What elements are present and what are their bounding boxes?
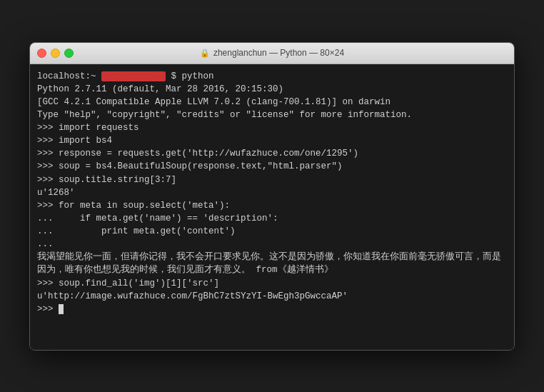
line-8: >>> soup = bs4.BeautifulSoup(response.te… — [37, 160, 507, 173]
line-12: ... if meta.get('name') == 'description'… — [37, 212, 507, 225]
terminal-body[interactable]: localhost:~ zhenglanchun $ python Python… — [30, 64, 514, 350]
line-16: >>> soup.find_all('img')[1]['src'] — [37, 277, 507, 290]
traffic-lights — [37, 49, 74, 58]
line-18: >>> — [37, 303, 507, 316]
line-1: localhost:~ zhenglanchun $ python — [37, 70, 507, 83]
line-4: Type "help", "copyright", "credits" or "… — [37, 109, 507, 121]
line-7: >>> response = requests.get('http://wufa… — [37, 147, 507, 160]
redacted-name: zhenglanchun — [101, 71, 166, 81]
line-11: >>> for meta in soup.select('meta'): — [37, 199, 507, 212]
close-button[interactable] — [37, 49, 46, 58]
line-9: >>> soup.title.string[3:7] — [37, 174, 507, 186]
titlebar: 🔒 zhenglanchun — Python — 80×24 — [30, 43, 514, 64]
lock-icon: 🔒 — [200, 49, 210, 58]
line-2: Python 2.7.11 (default, Mar 28 2016, 20:… — [37, 83, 507, 96]
line-10: u'1268' — [37, 186, 507, 199]
line-3: [GCC 4.2.1 Compatible Apple LLVM 7.0.2 (… — [37, 96, 507, 109]
line-5: >>> import requests — [37, 121, 507, 134]
line-14: ... — [37, 238, 507, 251]
cursor — [59, 304, 64, 314]
terminal-window: 🔒 zhenglanchun — Python — 80×24 localhos… — [29, 42, 515, 351]
window-title: 🔒 zhenglanchun — Python — 80×24 — [200, 48, 344, 58]
maximize-button[interactable] — [64, 49, 74, 58]
minimize-button[interactable] — [51, 49, 60, 58]
title-text: zhenglanchun — Python — 80×24 — [213, 48, 344, 58]
line-17: u'http://image.wufazhuce.com/FgBhC7ztSYz… — [37, 290, 507, 303]
line-6: >>> import bs4 — [37, 134, 507, 147]
line-13: ... print meta.get('content') — [37, 225, 507, 238]
line-15: 我渴望能见你一面，但请你记得，我不会开口要求见你。这不是因为骄傲，你知道我在你面… — [37, 251, 507, 276]
